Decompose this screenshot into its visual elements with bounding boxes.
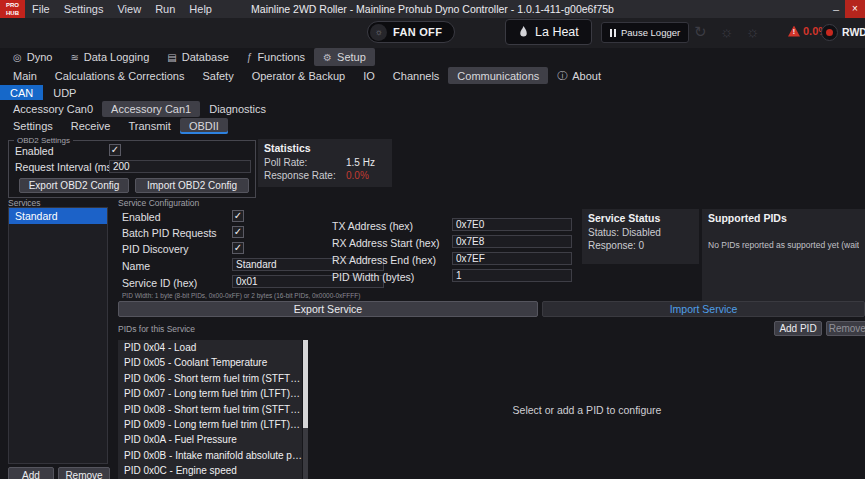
prohub-logo: PRO HUB — [0, 0, 25, 18]
close-button[interactable]: × — [845, 0, 865, 18]
menu-help[interactable]: Help — [182, 0, 219, 18]
supported-pids-title: Supported PIDs — [708, 212, 859, 224]
obd2-settings-group: OBD2 Settings Enabled ✓ Request Interval… — [8, 140, 256, 198]
tab-setup-label: Setup — [337, 51, 366, 63]
tab-dyno[interactable]: ◎ Dyno — [4, 48, 61, 66]
protocol-tab-bar: CAN UDP — [0, 85, 86, 100]
tab-receive[interactable]: Receive — [62, 118, 120, 134]
check-icon: ✓ — [234, 243, 242, 253]
tab-accessory-can1[interactable]: Accessory Can1 — [102, 101, 200, 117]
pid-width-input[interactable] — [452, 269, 572, 282]
menu-file[interactable]: File — [25, 0, 57, 18]
obd2-settings-legend: OBD2 Settings — [14, 136, 73, 145]
tab-data-logging[interactable]: ≋ Data Logging — [61, 48, 158, 66]
import-obd2-config-button[interactable]: Import OBD2 Config — [135, 178, 249, 193]
poll-rate-row: Poll Rate: 1.5 Hz — [264, 157, 386, 168]
obd-tab-bar: Settings Receive Transmit OBDII — [4, 118, 228, 134]
menu-run[interactable]: Run — [148, 0, 182, 18]
add-service-button[interactable]: Add — [8, 467, 54, 479]
titlebar: PRO HUB File Settings View Run Help Main… — [0, 0, 865, 18]
tab-obdii[interactable]: OBDII — [180, 118, 228, 134]
svc-enabled-checkbox[interactable]: ✓ — [232, 210, 244, 222]
tab-can[interactable]: CAN — [0, 85, 43, 100]
pause-icon — [610, 29, 616, 37]
window-controls: – × — [827, 0, 865, 18]
tab-accessory-can0[interactable]: Accessory Can0 — [4, 101, 102, 117]
list-item[interactable]: PID 0x09 - Long term fuel trim (LTFT)—Ba… — [118, 417, 302, 432]
database-icon: ▤ — [167, 52, 176, 63]
pause-logger-label: Pause Logger — [621, 27, 680, 38]
rx-address-end-input[interactable] — [452, 252, 572, 265]
tab-settings[interactable]: Settings — [4, 118, 62, 134]
batch-pid-requests-checkbox[interactable]: ✓ — [232, 226, 244, 238]
functions-icon: ƒ — [247, 52, 253, 63]
fan-toggle[interactable]: ☼ FAN OFF — [367, 21, 455, 43]
list-item[interactable]: PID 0x0C - Engine speed — [118, 463, 302, 478]
service-status-panel: Service Status Status: Disabled Response… — [582, 209, 699, 264]
response-rate-label: Response Rate: — [264, 170, 346, 181]
list-item[interactable]: PID 0x06 - Short term fuel trim (STFT)—B… — [118, 371, 302, 386]
tab-about[interactable]: ⓘ About — [548, 67, 610, 84]
tab-data-logging-label: Data Logging — [84, 51, 149, 63]
fan-status-icon-2: ☼ — [746, 23, 760, 40]
drive-mode-dropdown[interactable]: RWD ▾ — [842, 26, 865, 38]
list-item[interactable]: PID 0x0B - Intake manifold absolute pres… — [118, 448, 302, 463]
list-item[interactable]: Standard — [9, 208, 107, 224]
service-status-title: Service Status — [588, 212, 693, 224]
tx-address-input[interactable] — [452, 218, 572, 231]
flame-icon — [518, 26, 529, 39]
tab-communications[interactable]: Communications — [448, 67, 548, 84]
rx-address-start-input[interactable] — [452, 235, 572, 248]
enabled-checkbox[interactable]: ✓ — [109, 144, 121, 156]
list-item[interactable]: PID 0x07 - Long term fuel trim (LTFT)—Ba… — [118, 386, 302, 401]
add-pid-button[interactable]: Add PID — [774, 321, 822, 336]
tab-udp[interactable]: UDP — [43, 85, 86, 100]
poll-rate-value: 1.5 Hz — [346, 157, 375, 168]
export-obd2-config-button[interactable]: Export OBD2 Config — [19, 178, 129, 193]
remove-service-button[interactable]: Remove — [58, 467, 110, 479]
import-service-button[interactable]: Import Service — [542, 301, 865, 317]
tx-address-label: TX Address (hex) — [332, 220, 413, 232]
service-configuration-title: Service Configuration — [118, 198, 199, 208]
pid-discovery-checkbox[interactable]: ✓ — [232, 242, 244, 254]
can-tab-bar: Accessory Can0 Accessory Can1 Diagnostic… — [4, 101, 275, 117]
list-item[interactable]: PID 0x0A - Fuel Pressure — [118, 432, 302, 447]
tab-channels[interactable]: Channels — [384, 67, 448, 84]
tab-operator-backup[interactable]: Operator & Backup — [243, 67, 355, 84]
request-interval-label: Request Interval (ms) — [15, 161, 115, 173]
scrollbar-thumb[interactable] — [303, 340, 308, 428]
heat-button[interactable]: La Heat — [505, 19, 592, 45]
statistics-panel: Statistics Poll Rate: 1.5 Hz Response Ra… — [258, 139, 392, 187]
tab-diagnostics[interactable]: Diagnostics — [200, 101, 275, 117]
poll-rate-label: Poll Rate: — [264, 157, 346, 168]
pid-discovery-label: PID Discovery — [122, 243, 189, 255]
request-interval-input[interactable] — [109, 160, 251, 173]
heat-button-label: La Heat — [535, 25, 579, 39]
menu-settings[interactable]: Settings — [57, 0, 111, 18]
export-service-button[interactable]: Export Service — [118, 301, 538, 317]
pid-config-placeholder: Select or add a PID to configure — [513, 404, 662, 416]
check-icon: ✓ — [111, 145, 119, 155]
pid-list-scrollbar[interactable] — [303, 340, 308, 479]
remove-pid-button[interactable]: Remove PID — [826, 321, 865, 336]
tab-io[interactable]: IO — [354, 67, 384, 84]
minimize-button[interactable]: – — [827, 3, 845, 15]
record-button[interactable] — [821, 24, 838, 41]
tab-functions[interactable]: ƒ Functions — [238, 48, 314, 66]
service-response-line: Response: 0 — [588, 240, 693, 251]
svc-enabled-label: Enabled — [122, 211, 161, 223]
tab-setup[interactable]: ⚙ Setup — [314, 48, 375, 66]
menu-view[interactable]: View — [110, 0, 148, 18]
tab-transmit[interactable]: Transmit — [120, 118, 180, 134]
check-icon: ✓ — [234, 227, 242, 237]
list-item[interactable]: PID 0x05 - Coolant Temperature — [118, 355, 302, 370]
tab-safety[interactable]: Safety — [193, 67, 242, 84]
info-icon: ⓘ — [557, 69, 567, 83]
list-item[interactable]: PID 0x08 - Short term fuel trim (STFT)—B… — [118, 402, 302, 417]
tab-functions-label: Functions — [257, 51, 305, 63]
tab-main[interactable]: Main — [4, 67, 46, 84]
pause-logger-button[interactable]: Pause Logger — [601, 22, 689, 43]
tab-database[interactable]: ▤ Database — [158, 48, 238, 66]
tab-calculations-corrections[interactable]: Calculations & Corrections — [46, 67, 194, 84]
list-item[interactable]: PID 0x04 - Load — [118, 340, 302, 355]
